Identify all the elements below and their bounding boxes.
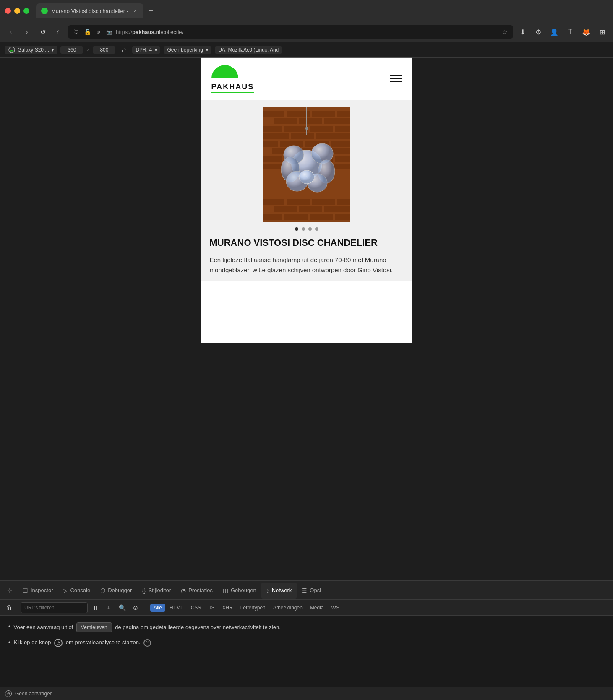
msg-2-after: om prestatieanalyse te starten. [66,639,141,645]
add-filter-button[interactable]: + [103,602,115,614]
filter-chip-fonts[interactable]: Lettertypen [237,604,269,612]
responsive-bar: Galaxy S20 ... ▾ × ⇄ DPR: 4 ▾ Geen beper… [0,42,613,58]
search-button[interactable]: 🔍 [116,602,128,614]
profile-button[interactable]: 👤 [548,25,561,39]
browser-tab-active[interactable]: Murano Vistosi disc chandelier - × [36,3,143,18]
search-icon: 🔍 [119,604,126,611]
filter-chip-ws[interactable]: WS [328,604,343,612]
svg-rect-33 [312,199,335,205]
tab-performance[interactable]: ◔ Prestaties [176,583,218,599]
logo-underline [211,92,254,93]
home-icon: ⌂ [57,28,61,36]
filter-chip-html[interactable]: HTML [166,604,187,612]
puzzle-icon: ⚙ [535,28,541,36]
firefox-button[interactable]: 🦊 [579,25,593,39]
close-button[interactable] [5,8,11,14]
svg-rect-10 [263,126,282,132]
svg-rect-14 [263,133,289,139]
home-button[interactable]: ⌂ [52,25,65,39]
hamburger-menu[interactable] [390,75,402,82]
profile-icon: 👤 [550,28,558,36]
network-label: Netwerk [272,587,292,593]
bullet-1: • [8,622,10,631]
downloads-button[interactable]: ⬇ [516,25,529,39]
svg-rect-40 [310,214,333,220]
filter-chip-js[interactable]: JS [205,604,218,612]
network-message-2: • Klik op de knop ◔ om prestatieanalyse … [8,638,605,647]
forward-button[interactable]: › [20,25,34,39]
filter-chip-xhr[interactable]: XHR [219,604,236,612]
bookmark-icon[interactable]: ☆ [501,28,509,36]
maximize-button[interactable] [23,8,29,14]
rotate-button[interactable]: ⇄ [119,45,129,55]
svg-rect-7 [274,118,297,124]
add-icon: + [107,604,110,611]
svg-point-0 [9,47,15,53]
tab-close-button[interactable]: × [132,8,138,14]
filter-chip-alle[interactable]: Alle [150,604,165,612]
vernieuwen-button[interactable]: Vernieuwen [76,622,112,632]
filter-chip-media-label: Media [310,605,324,611]
pause-button[interactable]: ⏸ [89,602,101,614]
device-selector[interactable]: Galaxy S20 ... ▾ [5,46,57,54]
tab-style-editor[interactable]: {} Stijleditor [137,583,176,599]
tab-inspector[interactable]: ☐ Inspector [18,583,58,599]
svg-rect-36 [299,206,322,212]
svg-rect-16 [316,133,350,139]
block-button[interactable]: ⊘ [130,602,141,614]
new-tab-button[interactable]: + [145,5,157,17]
tab-memory[interactable]: ◫ Geheugen [218,583,261,599]
site-header: PAKHAUS [201,58,412,100]
tab-storage[interactable]: ☰ Opsl [297,583,326,599]
hamburger-line-1 [390,75,402,76]
inspector-icon: ☐ [23,587,28,594]
translate-button[interactable]: T [563,25,577,39]
svg-rect-6 [337,111,350,117]
refresh-button[interactable]: ↺ [36,25,50,39]
tab-network[interactable]: ↕ Netwerk [261,583,297,599]
tab-console[interactable]: ▷ Console [58,583,95,599]
hamburger-line-2 [390,78,402,79]
network-content: • Voer een aanvraag uit of Vernieuwen de… [0,616,613,660]
svg-point-43 [305,127,308,130]
svg-rect-24 [263,156,282,162]
slide-dot-2[interactable] [302,227,305,231]
url-filter-input[interactable] [21,602,88,613]
svg-rect-8 [299,118,322,124]
throttle-selector[interactable]: Geen beperking ▾ [164,46,211,54]
clear-requests-button[interactable]: 🗑 [3,602,15,614]
devtools-cursor-button[interactable]: ⊹ [2,583,18,599]
svg-rect-15 [291,133,314,139]
slide-dot-3[interactable] [308,227,312,231]
logo-text: PAKHAUS [211,83,254,91]
logo[interactable]: PAKHAUS [211,65,254,93]
traffic-lights [5,8,29,14]
viewport-width-input[interactable] [64,47,80,53]
title-bar: Murano Vistosi disc chandelier - × + [0,0,613,22]
help-icon[interactable]: ? [143,639,151,647]
filter-chip-css[interactable]: CSS [188,604,205,612]
slide-dot-1[interactable] [295,227,298,231]
tracking-icon: ⊗ [94,28,102,36]
rotate-icon: ⇄ [121,47,126,53]
grid-icon: ⊞ [600,28,605,36]
product-image[interactable] [263,107,350,222]
extensions-button[interactable]: ⚙ [532,25,545,39]
viewport-height-input[interactable] [96,47,112,53]
svg-rect-9 [324,118,350,124]
status-perf-icon: ◔ [5,690,12,697]
msg-1-after: de pagina om gedetailleerde gegevens ove… [115,624,281,630]
slide-dot-4[interactable] [315,227,318,231]
minimize-button[interactable] [14,8,20,14]
filter-chip-media[interactable]: Media [307,604,327,612]
dpr-chevron-icon: ▾ [155,48,157,52]
filter-chip-images[interactable]: Afbeeldingen [270,604,306,612]
dpr-selector[interactable]: DPR: 4 ▾ [132,46,160,54]
svg-rect-41 [335,214,350,220]
address-bar[interactable]: 🛡 🔒 ⊗ 📷 https://pakhaus.nl/collectie/ ☆ [68,25,513,39]
back-button[interactable]: ‹ [4,25,18,39]
performance-icon: ◔ [181,587,186,594]
grid-button[interactable]: ⊞ [595,25,609,39]
tab-debugger[interactable]: ⬡ Debugger [95,583,137,599]
filter-chip-js-label: JS [209,605,214,611]
